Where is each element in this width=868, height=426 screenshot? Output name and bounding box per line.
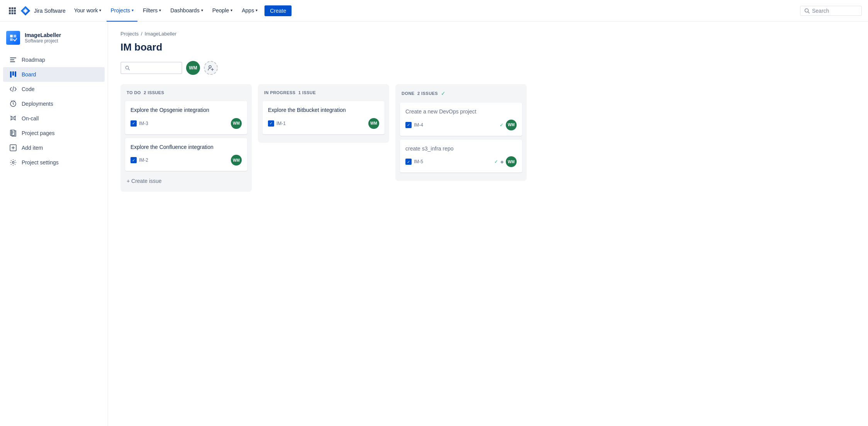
svg-rect-3 <box>9 10 11 12</box>
grid-menu-icon[interactable] <box>6 5 19 17</box>
sidebar-item-add-item[interactable]: Add item <box>3 140 105 155</box>
card-im1[interactable]: Explore the Bitbucket integration ✓ IM-1… <box>263 101 385 134</box>
page-title: IM board <box>120 41 856 53</box>
svg-rect-18 <box>12 71 14 76</box>
card-id-row: ✓ IM-5 <box>405 159 423 165</box>
card-avatar: WM <box>506 120 517 130</box>
project-type: Software project <box>25 38 61 44</box>
nav-filters[interactable]: Filters ▾ <box>139 0 165 22</box>
column-title-done: DONE 2 ISSUES <box>402 91 438 96</box>
board-columns: TO DO 2 ISSUES Explore the Opsgenie inte… <box>120 84 856 277</box>
column-todo: TO DO 2 ISSUES Explore the Opsgenie inte… <box>120 84 252 192</box>
project-header: ImageLabeller Software project <box>0 31 108 52</box>
svg-rect-1 <box>12 7 14 9</box>
sidebar-item-board[interactable]: Board <box>3 67 105 82</box>
svg-rect-4 <box>12 10 14 12</box>
card-title: Explore the Bitbucket integration <box>268 106 379 114</box>
create-issue-button[interactable]: + Create issue <box>125 175 247 187</box>
roadmap-icon <box>9 56 17 63</box>
column-title-todo: TO DO 2 ISSUES <box>127 90 164 95</box>
svg-rect-17 <box>10 71 12 78</box>
done-checkmark-icon: ✓ <box>494 159 498 164</box>
card-title: Create a new DevOps project <box>405 108 517 116</box>
card-title: create s3_infra repo <box>405 145 517 153</box>
card-im5[interactable]: create s3_infra repo ✓ IM-5 ✓ ◆ WM <box>400 140 522 173</box>
card-avatar: WM <box>506 156 517 167</box>
card-footer: ✓ IM-3 WM <box>131 118 242 129</box>
search-icon <box>125 65 130 71</box>
code-icon <box>9 86 17 93</box>
global-search[interactable]: Search <box>800 6 862 16</box>
svg-rect-0 <box>9 7 11 9</box>
chevron-down-icon: ▾ <box>132 8 134 12</box>
nav-your-work[interactable]: Your work ▾ <box>70 0 105 22</box>
add-people-button[interactable] <box>204 61 218 75</box>
svg-point-30 <box>12 162 14 164</box>
card-title: Explore the Opsgenie integration <box>131 106 242 114</box>
board-icon <box>9 71 17 78</box>
svg-point-33 <box>209 66 211 68</box>
svg-rect-13 <box>10 38 13 41</box>
done-check-icon: ✓ <box>441 90 446 96</box>
card-im3[interactable]: Explore the Opsgenie integration ✓ IM-3 … <box>125 101 247 134</box>
project-pages-icon <box>9 130 17 137</box>
card-id-row: ✓ IM-4 <box>405 122 423 128</box>
card-id: IM-5 <box>414 159 423 164</box>
top-navigation: Jira Software Your work ▾ Projects ▾ Fil… <box>0 0 868 22</box>
create-button[interactable]: Create <box>264 5 292 16</box>
card-id-row: ✓ IM-3 <box>131 120 148 127</box>
column-header-done: DONE 2 ISSUES ✓ <box>400 89 522 98</box>
column-inprogress: IN PROGRESS 1 ISSUE Explore the Bitbucke… <box>258 84 389 143</box>
sidebar-item-project-settings[interactable]: Project settings <box>3 155 105 170</box>
oncall-icon <box>9 115 17 122</box>
search-placeholder: Search <box>812 8 829 14</box>
done-checkmark-icon: ✓ <box>500 122 504 128</box>
main-content: Projects / ImageLabeller IM board WM <box>108 22 868 426</box>
svg-rect-12 <box>14 35 16 37</box>
chevron-down-icon: ▾ <box>256 8 258 12</box>
breadcrumb: Projects / ImageLabeller <box>120 31 856 37</box>
card-type-icon: ✓ <box>268 120 274 127</box>
card-avatar: WM <box>231 118 242 129</box>
svg-rect-19 <box>15 71 16 77</box>
breadcrumb-projects-link[interactable]: Projects <box>120 31 139 37</box>
project-avatar <box>6 31 20 45</box>
card-id: IM-2 <box>139 157 148 163</box>
column-header-inprogress: IN PROGRESS 1 ISSUE <box>263 89 385 96</box>
board-search[interactable] <box>120 62 182 74</box>
user-avatar-wm[interactable]: WM <box>186 61 200 75</box>
card-footer: ✓ IM-4 ✓ WM <box>405 120 517 130</box>
card-id: IM-1 <box>276 121 286 126</box>
nav-dashboards[interactable]: Dashboards ▾ <box>166 0 207 22</box>
sidebar: ImageLabeller Software project Roadmap <box>0 22 108 426</box>
project-info: ImageLabeller Software project <box>25 32 61 44</box>
card-avatar: WM <box>231 155 242 166</box>
jira-logo[interactable]: Jira Software <box>20 5 66 16</box>
sidebar-item-deployments[interactable]: Deployments <box>3 96 105 111</box>
nav-apps[interactable]: Apps ▾ <box>238 0 261 22</box>
card-footer: ✓ IM-2 WM <box>131 155 242 166</box>
sidebar-item-project-pages[interactable]: Project pages <box>3 126 105 140</box>
breadcrumb-separator: / <box>141 31 142 37</box>
sidebar-item-oncall[interactable]: On-call <box>3 111 105 126</box>
svg-rect-6 <box>9 12 11 14</box>
sidebar-item-code[interactable]: Code <box>3 82 105 96</box>
svg-rect-11 <box>10 35 13 37</box>
svg-line-10 <box>808 12 810 13</box>
chevron-down-icon: ▾ <box>201 8 203 12</box>
card-title: Explore the Confluence integration <box>131 144 242 151</box>
board-search-input[interactable] <box>132 65 178 71</box>
card-im4[interactable]: Create a new DevOps project ✓ IM-4 ✓ WM <box>400 103 522 136</box>
nav-projects[interactable]: Projects ▾ <box>107 0 137 22</box>
nav-people[interactable]: People ▾ <box>209 0 237 22</box>
chevron-down-icon: ▾ <box>159 8 161 12</box>
chevron-down-icon: ▾ <box>99 8 101 12</box>
card-im2[interactable]: Explore the Confluence integration ✓ IM-… <box>125 138 247 171</box>
svg-rect-14 <box>10 57 16 58</box>
card-avatar: WM <box>368 118 379 129</box>
card-type-icon: ✓ <box>131 157 137 163</box>
board-filters: WM <box>120 61 856 75</box>
breadcrumb-project-link[interactable]: ImageLabeller <box>145 31 176 37</box>
deployments-icon <box>9 100 17 107</box>
sidebar-item-roadmap[interactable]: Roadmap <box>3 52 105 67</box>
